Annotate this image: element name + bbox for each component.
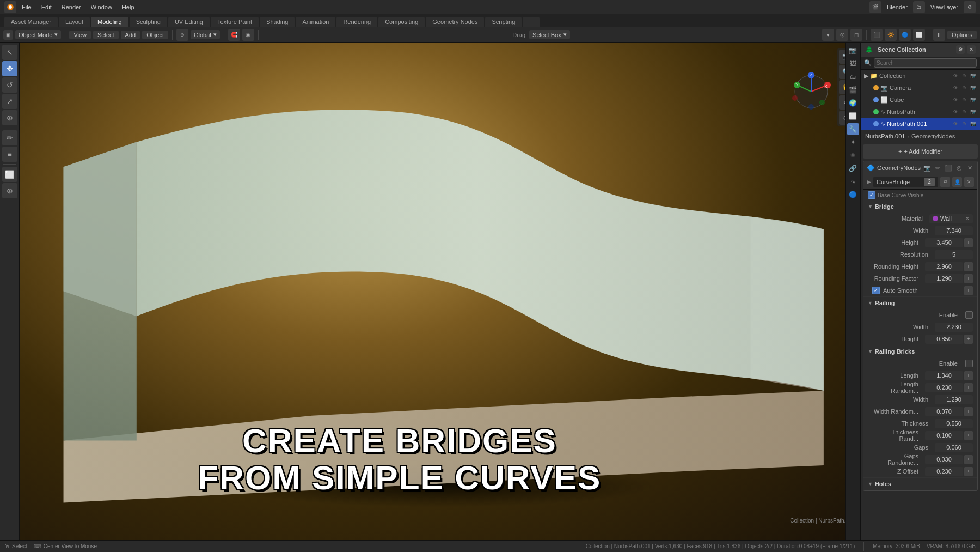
menu-file[interactable]: File (17, 3, 36, 11)
auto-smooth-checkbox[interactable] (872, 287, 880, 294)
railing-section-header[interactable]: ▼ Railing (863, 297, 977, 309)
rb-length-random-value[interactable]: 0.230 (925, 383, 963, 392)
snap-icon[interactable]: 🧲 (228, 29, 240, 41)
prop-world-icon[interactable]: 🌍 (847, 97, 859, 109)
railing-bricks-section-header[interactable]: ▼ Railing Bricks (863, 345, 977, 357)
height-value[interactable]: 3.450 (925, 238, 963, 247)
rounding-factor-inc-btn[interactable]: + (964, 274, 973, 283)
rb-length-random-inc[interactable]: + (964, 383, 973, 392)
tool-select[interactable]: ↖ (2, 45, 17, 60)
resolution-value[interactable]: 5 (935, 250, 973, 259)
geonodes-close-btn[interactable]: ✕ (964, 177, 974, 187)
viewport-3d[interactable]: CREATE BRIDGES FROM SIMPLE CURVES X Y Z (20, 43, 860, 540)
view-layer-label[interactable]: ViewLayer (926, 3, 963, 11)
tab-geometry-nodes[interactable]: Geometry Nodes (426, 17, 484, 27)
rb-gaps-value[interactable]: 0.060 (935, 443, 973, 452)
prop-material-icon[interactable]: 🔵 (847, 189, 859, 201)
prop-modifier-icon active[interactable]: 🔧 (847, 123, 859, 135)
bridge-section-header[interactable]: ▼ Bridge (863, 201, 977, 213)
rb-thickness-value[interactable]: 0.550 (935, 419, 973, 428)
outliner-item-camera[interactable]: 📷 Camera 👁 ⊕ 📷 (861, 82, 980, 94)
tab-texture-paint[interactable]: Texture Paint (211, 17, 259, 27)
tool-annotate[interactable]: ✏ (2, 130, 17, 145)
proportional-edit-icon[interactable]: ◉ (242, 29, 254, 41)
rb-z-offset-inc[interactable]: + (964, 467, 973, 476)
rb-enable-checkbox[interactable] (965, 360, 973, 367)
auto-smooth-inc-btn[interactable]: + (964, 286, 973, 295)
search-input[interactable] (874, 58, 977, 68)
options-button[interactable]: Options (947, 31, 977, 39)
prop-render-icon[interactable]: 📷 (847, 45, 859, 57)
rb-thickness-rand-inc[interactable]: + (964, 431, 973, 440)
tab-compositing[interactable]: Compositing (378, 17, 425, 27)
rounding-height-value[interactable]: 2.960 (925, 262, 963, 271)
height-inc-btn[interactable]: + (964, 238, 973, 247)
menu-help[interactable]: Help (118, 3, 139, 11)
cube-select-btn[interactable]: ⊕ (960, 96, 968, 104)
viewport-shading-icon[interactable]: ● (822, 29, 834, 41)
cube-render-btn[interactable]: 📷 (969, 96, 977, 104)
menu-window[interactable]: Window (87, 3, 117, 11)
rb-gaps-random-inc[interactable]: + (964, 455, 973, 464)
render-icon[interactable]: ⬛ (871, 29, 883, 41)
navigation-gizmo[interactable]: X Y Z (789, 70, 833, 113)
prop-view-layer-icon[interactable]: 🗂 (847, 71, 859, 83)
modifier-camera-btn[interactable]: 📷 (923, 163, 932, 172)
object-mode-select[interactable]: Object Mode ▾ (15, 30, 61, 39)
prop-data-icon[interactable]: ∿ (847, 175, 859, 187)
nurbspath001-select-btn[interactable]: ⊕ (960, 120, 968, 128)
tab-shading[interactable]: Shading (260, 17, 295, 27)
outliner-close-icon[interactable]: ✕ (967, 45, 976, 54)
rounding-factor-value[interactable]: 1.290 (925, 274, 963, 283)
rounding-height-inc-btn[interactable]: + (964, 262, 973, 271)
rb-width-random-value[interactable]: 0.070 (925, 407, 963, 416)
rb-thickness-rand-value[interactable]: 0.100 (925, 431, 963, 440)
modifier-close-btn[interactable]: ✕ (965, 163, 974, 172)
modifier-render-btn[interactable]: ◎ (955, 163, 964, 172)
tab-sculpting[interactable]: Sculpting (130, 17, 167, 27)
drag-select[interactable]: Select Box▾ (529, 30, 570, 39)
select-button[interactable]: Select (93, 31, 119, 39)
view-button[interactable]: View (69, 31, 91, 39)
tab-animation[interactable]: Animation (296, 17, 335, 27)
rb-z-offset-value[interactable]: 0.230 (925, 467, 963, 476)
modifier-display-btn[interactable]: ⬛ (944, 163, 953, 172)
rendered-icon[interactable]: 🔆 (885, 29, 897, 41)
tool-move[interactable]: ✥ (2, 61, 17, 76)
pause-icon[interactable]: ⏸ (933, 29, 945, 41)
modifier-header[interactable]: 🔷 GeometryNodes 📷 ✏ ⬛ ◎ ✕ (863, 161, 977, 174)
menu-edit[interactable]: Edit (37, 3, 56, 11)
tool-add-cube[interactable]: ⬜ (2, 167, 17, 182)
camera-select-btn[interactable]: ⊕ (960, 84, 968, 92)
camera-eye-btn[interactable]: 👁 (952, 84, 959, 92)
material-icon[interactable]: 🔵 (899, 29, 911, 41)
nurbspath001-eye-btn[interactable]: 👁 (952, 120, 959, 128)
collection-cursor-btn[interactable]: ⊕ (960, 72, 968, 80)
tab-layout[interactable]: Layout (59, 17, 90, 27)
collection-render-btn[interactable]: 📷 (969, 72, 977, 80)
prop-object-icon[interactable]: ⬜ (847, 110, 859, 122)
base-curve-visible-checkbox[interactable] (868, 191, 875, 199)
scene-icon[interactable]: 🎬 (869, 1, 881, 13)
rb-length-value[interactable]: 1.340 (925, 371, 963, 380)
tool-measure[interactable]: ≡ (2, 147, 17, 162)
holes-section-header[interactable]: ▼ Holes (863, 478, 977, 490)
nurbspath-eye-btn[interactable]: 👁 (952, 108, 959, 116)
engine-icon[interactable]: ⚙ (964, 1, 976, 13)
tool-rotate[interactable]: ↺ (2, 77, 17, 93)
add-button[interactable]: Add (121, 31, 140, 39)
outliner-item-nurbspath[interactable]: ∿ NurbsPath 👁 ⊕ 📷 (861, 106, 980, 118)
view-layer-icon[interactable]: 🗂 (913, 1, 925, 13)
modifier-edit-btn[interactable]: ✏ (934, 163, 942, 172)
width-value[interactable]: 7.340 (935, 226, 973, 235)
curve-bridge-name[interactable]: CurveBridge 2 (873, 177, 938, 187)
tab-asset-manager[interactable]: Asset Manager (4, 17, 58, 27)
prop-constraints-icon[interactable]: 🔗 (847, 162, 859, 174)
toolbar-mode-icon[interactable]: ▣ (3, 30, 13, 40)
tab-add-new[interactable]: + (523, 17, 539, 27)
geonodes-fake-user-btn[interactable]: 👤 (952, 177, 962, 187)
prop-output-icon[interactable]: 🖼 (847, 58, 859, 70)
tab-modeling[interactable]: Modeling (91, 17, 128, 27)
rb-gaps-random-value[interactable]: 0.030 (925, 455, 963, 464)
tab-rendering[interactable]: Rendering (336, 17, 377, 27)
